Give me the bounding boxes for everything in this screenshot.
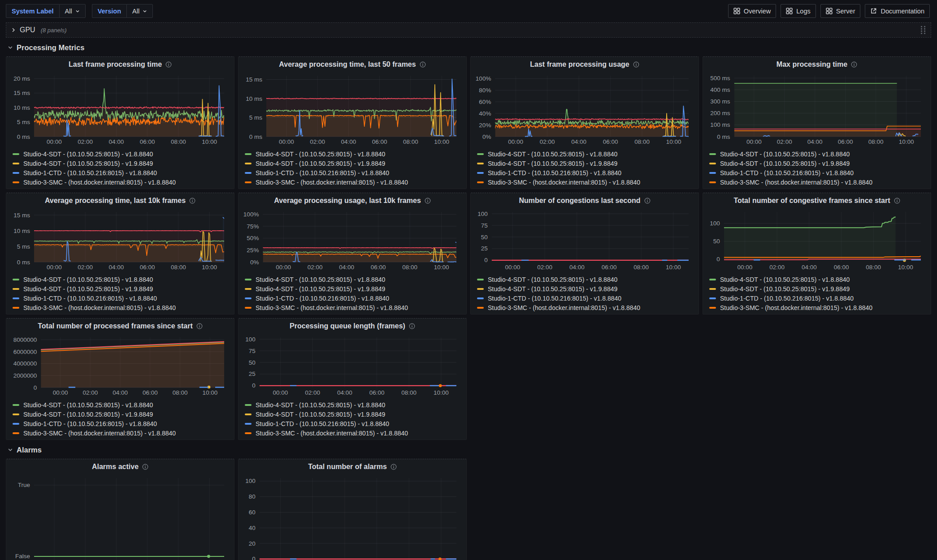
legend-item[interactable]: Studio-3-SMC - (host.docker.internal:801…	[13, 177, 228, 187]
info-icon[interactable]	[409, 323, 415, 329]
svg-text:True: True	[18, 482, 30, 488]
legend-item[interactable]: Studio-4-SDT - (10.10.50.25:8015) - v1.9…	[245, 159, 460, 168]
legend-item[interactable]: Studio-4-SDT - (10.10.50.25:8015) - v1.8…	[709, 275, 924, 284]
panel-header[interactable]: Total number of processed frames since s…	[6, 319, 234, 334]
legend-item[interactable]: Studio-3-SMC - (host.docker.internal:801…	[245, 177, 460, 187]
legend-item[interactable]: Studio-4-SDT - (10.10.50.25:8015) - v1.8…	[477, 149, 692, 159]
legend-item[interactable]: Studio-1-CTD - (10.10.50.216:8015) - v1.…	[245, 293, 460, 303]
legend-item[interactable]: Studio-4-SDT - (10.10.50.25:8015) - v1.8…	[709, 149, 924, 159]
legend-item[interactable]: Studio-4-SDT - (10.10.50.25:8015) - v1.9…	[13, 409, 228, 419]
panel-header[interactable]: Last frame processing time	[6, 57, 234, 72]
legend-item[interactable]: Studio-4-SDT - (10.10.50.25:8015) - v1.9…	[13, 284, 228, 293]
legend-item[interactable]: Studio-3-SMC - (host.docker.internal:801…	[477, 177, 692, 187]
legend-item[interactable]: Studio-1-CTD - (10.10.50.216:8015) - v1.…	[245, 419, 460, 428]
info-icon[interactable]	[420, 61, 426, 68]
legend-item[interactable]: Studio-3-SMC - (host.docker.internal:801…	[245, 428, 460, 438]
legend-item[interactable]: Studio-4-SDT - (10.10.50.25:8015) - v1.8…	[245, 400, 460, 409]
documentation-button[interactable]: Documentation	[865, 4, 930, 18]
chart-canvas[interactable]: 00:0002:0004:0006:0008:0010:00050100	[707, 208, 926, 274]
info-icon[interactable]	[644, 198, 651, 204]
timeseries-svg: 00:0002:0004:0006:0008:0010:000255075100	[243, 334, 462, 397]
legend-item[interactable]: Studio-4-SDT - (10.10.50.25:8015) - v1.9…	[477, 284, 692, 293]
legend-item[interactable]: Studio-4-SDT - (10.10.50.25:8015) - v1.8…	[477, 275, 692, 284]
legend-item[interactable]: Studio-1-CTD - (10.10.50.216:8015) - v1.…	[709, 168, 924, 177]
legend-item[interactable]: Studio-4-SDT - (10.10.50.25:8015) - v1.8…	[13, 149, 228, 159]
panel-header[interactable]: Total number of alarms	[239, 459, 466, 474]
chart-canvas[interactable]: 00:0002:0004:0006:0008:0010:000255075100	[243, 334, 462, 399]
legend-item[interactable]: Studio-3-SMC - (host.docker.internal:801…	[709, 303, 924, 312]
chart-canvas[interactable]: 00:0002:0004:0006:0008:0010:000 ms100 ms…	[707, 72, 926, 148]
chart-canvas[interactable]: 00:0002:0004:0006:0008:0010:000204060801…	[243, 474, 462, 560]
logs-button[interactable]: Logs	[781, 4, 816, 18]
legend-item[interactable]: Studio-1-CTD - (10.10.50.216:8015) - v1.…	[13, 293, 228, 303]
legend-item[interactable]: Studio-4-SDT - (10.10.50.25:8015) - v1.8…	[245, 275, 460, 284]
row-gpu-collapsed[interactable]: GPU (8 panels)	[6, 22, 931, 38]
legend-item[interactable]: Studio-1-CTD - (10.10.50.216:8015) - v1.…	[13, 168, 228, 177]
chart-canvas[interactable]: 00:0002:0004:0006:0008:0010:000 ms5 ms10…	[243, 72, 462, 148]
server-button[interactable]: Server	[820, 4, 861, 18]
svg-text:00:00: 00:00	[273, 389, 288, 396]
info-icon[interactable]	[189, 198, 195, 204]
legend-item[interactable]: Studio-3-SMC - (host.docker.internal:801…	[13, 428, 228, 438]
legend-item[interactable]: Studio-1-CTD - (10.10.50.216:8015) - v1.…	[477, 293, 692, 303]
svg-text:0 ms: 0 ms	[17, 259, 30, 266]
legend-item[interactable]: Studio-3-SMC - (host.docker.internal:801…	[13, 303, 228, 312]
panel-header[interactable]: Average processing time, last 10k frames	[6, 193, 234, 208]
svg-text:00:00: 00:00	[508, 138, 523, 145]
info-icon[interactable]	[165, 61, 172, 68]
chart-canvas[interactable]: 00:0002:0004:0006:0008:0010:000 ms5 ms10…	[11, 72, 230, 148]
info-icon[interactable]	[894, 198, 900, 204]
legend-item[interactable]: Studio-3-SMC - (host.docker.internal:801…	[245, 303, 460, 312]
legend-item[interactable]: Studio-4-SDT - (10.10.50.25:8015) - v1.9…	[245, 409, 460, 419]
filter-system-label-value[interactable]: All	[59, 4, 86, 18]
legend-item[interactable]: Studio-1-CTD - (10.10.50.216:8015) - v1.…	[709, 293, 924, 303]
info-icon[interactable]	[425, 198, 431, 204]
filter-system-label-name[interactable]: System Label	[6, 4, 59, 18]
legend-item[interactable]: Studio-3-SMC - (host.docker.internal:801…	[709, 177, 924, 187]
legend-item[interactable]: Studio-4-SDT - (10.10.50.25:8015) - v1.9…	[477, 159, 692, 168]
legend-item[interactable]: Studio-4-SDT - (10.10.50.25:8015) - v1.9…	[709, 159, 924, 168]
chart-canvas[interactable]: 00:0002:0004:0006:0008:0010:000 ms5 ms10…	[11, 208, 230, 274]
legend-item[interactable]: Studio-4-SDT - (10.10.50.25:8015) - v1.8…	[245, 149, 460, 159]
panel-header[interactable]: Total number of congestive frames since …	[703, 193, 931, 208]
legend-item[interactable]: Studio-4-SDT - (10.10.50.25:8015) - v1.9…	[13, 159, 228, 168]
panel-header[interactable]: Last frame processing usage	[471, 57, 698, 72]
legend-item[interactable]: Studio-1-CTD - (10.10.50.216:8015) - v1.…	[245, 168, 460, 177]
filter-version-value[interactable]: All	[126, 4, 153, 18]
svg-text:08:00: 08:00	[868, 138, 884, 145]
chart-canvas[interactable]: 00:0002:0004:0006:0008:0010:000200000040…	[11, 334, 230, 399]
panel-header[interactable]: Average processing time, last 50 frames	[239, 57, 466, 72]
chart-canvas[interactable]: 00:0002:0004:0006:0008:0010:000255075100	[475, 208, 694, 274]
drag-handle-icon[interactable]	[920, 25, 926, 35]
panel-header[interactable]: Processing queue length (frames)	[239, 319, 466, 334]
legend-item[interactable]: Studio-1-CTD - (10.10.50.216:8015) - v1.…	[13, 419, 228, 428]
panel-header[interactable]: Alarms active	[6, 459, 234, 474]
chart-canvas[interactable]: 00:0002:0004:0006:0008:0010:000%20%40%60…	[475, 72, 694, 148]
info-icon[interactable]	[196, 323, 203, 329]
legend-series-label: Studio-4-SDT - (10.10.50.25:8015) - v1.9…	[256, 285, 385, 293]
row-alarms-header[interactable]: Alarms	[6, 444, 931, 456]
legend-series-label: Studio-1-CTD - (10.10.50.216:8015) - v1.…	[256, 420, 389, 427]
legend-series-dash	[13, 432, 19, 434]
legend-item[interactable]: Studio-4-SDT - (10.10.50.25:8015) - v1.9…	[709, 284, 924, 293]
legend-item[interactable]: Studio-4-SDT - (10.10.50.25:8015) - v1.9…	[245, 284, 460, 293]
info-icon[interactable]	[851, 61, 857, 68]
info-icon[interactable]	[633, 61, 639, 68]
legend-item[interactable]: Studio-4-SDT - (10.10.50.25:8015) - v1.8…	[13, 400, 228, 409]
info-icon[interactable]	[142, 464, 148, 470]
legend-item[interactable]: Studio-1-CTD - (10.10.50.216:8015) - v1.…	[477, 168, 692, 177]
overview-button[interactable]: Overview	[728, 4, 776, 18]
legend-series-label: Studio-4-SDT - (10.10.50.25:8015) - v1.8…	[23, 276, 153, 283]
legend-series-dash	[245, 432, 252, 434]
chart-canvas[interactable]: 00:0002:0004:0006:0008:0010:000%25%50%75…	[243, 208, 462, 274]
panel-header[interactable]: Number of congestions last second	[471, 193, 698, 208]
panel-header[interactable]: Max processing time	[703, 57, 931, 72]
info-icon[interactable]	[390, 464, 397, 470]
panel-header[interactable]: Average processing usage, last 10k frame…	[239, 193, 466, 208]
svg-text:15 ms: 15 ms	[13, 212, 30, 219]
filter-version-name[interactable]: Version	[92, 4, 126, 18]
row-processing-metrics-header[interactable]: Processing Metrics	[6, 41, 931, 54]
legend-item[interactable]: Studio-4-SDT - (10.10.50.25:8015) - v1.8…	[13, 275, 228, 284]
legend-item[interactable]: Studio-3-SMC - (host.docker.internal:801…	[477, 303, 692, 312]
chart-canvas[interactable]: 00:0002:0004:0006:0008:0010:00FalseTrue	[11, 474, 230, 560]
